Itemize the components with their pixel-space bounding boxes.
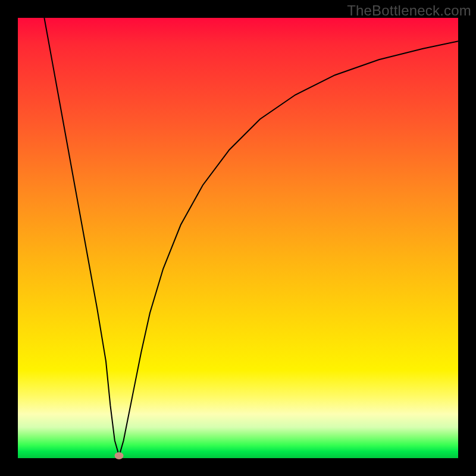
curve-svg xyxy=(18,18,458,458)
bottleneck-curve xyxy=(44,18,458,456)
optimum-marker xyxy=(115,452,124,459)
plot-area xyxy=(18,18,458,458)
chart-frame: TheBottleneck.com xyxy=(0,0,476,476)
watermark-text: TheBottleneck.com xyxy=(347,2,471,19)
